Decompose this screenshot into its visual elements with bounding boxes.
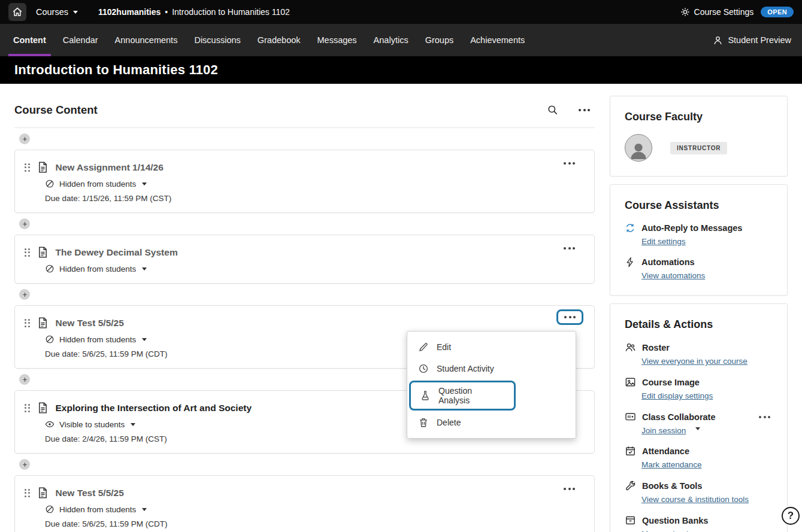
visibility-label: Hidden from students xyxy=(59,180,136,189)
help-button[interactable]: ? xyxy=(782,507,800,525)
tab-analytics[interactable]: Analytics xyxy=(365,24,417,56)
visibility-dropdown[interactable]: Hidden from students xyxy=(45,335,147,344)
drag-handle[interactable] xyxy=(25,489,30,497)
hidden-icon xyxy=(45,335,55,344)
assistant-automations: Automations View automations xyxy=(625,257,773,281)
item-title-link[interactable]: New Assignment 1/14/26 xyxy=(56,162,164,173)
student-preview-button[interactable]: Student Preview xyxy=(713,24,797,56)
tab-gradebook[interactable]: Gradebook xyxy=(249,24,309,56)
item-title-link[interactable]: Exploring the Intersection of Art and So… xyxy=(56,403,252,414)
detail-title: Attendance xyxy=(642,446,689,456)
manage-banks-link[interactable]: Manage banks xyxy=(641,530,695,532)
menu-item-student-activity[interactable]: Student Activity xyxy=(407,358,576,379)
drag-handle[interactable] xyxy=(25,248,30,257)
content-item-dewey-decimal: The Dewey Decimal System Hidden from stu… xyxy=(14,235,595,284)
tab-announcements[interactable]: Announcements xyxy=(107,24,186,56)
menu-item-question-analysis[interactable]: Question Analysis xyxy=(409,381,516,411)
edit-settings-link[interactable]: Edit settings xyxy=(641,237,686,246)
hidden-icon xyxy=(45,179,55,189)
image-icon xyxy=(625,376,636,388)
visibility-label: Hidden from students xyxy=(59,505,136,514)
tab-discussions[interactable]: Discussions xyxy=(186,24,249,56)
course-faculty-heading: Course Faculty xyxy=(625,111,773,123)
visibility-label: Visible to students xyxy=(59,420,125,429)
chevron-down-icon xyxy=(142,267,147,270)
breadcrumb: 1102humanities • Introduction to Humanit… xyxy=(98,7,290,17)
visibility-dropdown[interactable]: Visible to students xyxy=(45,419,135,429)
trash-icon xyxy=(418,417,429,428)
tab-achievements[interactable]: Achievements xyxy=(462,24,533,56)
content-item-new-test-2: New Test 5/5/25 Hidden from students Due… xyxy=(14,475,595,532)
item-options-button[interactable] xyxy=(560,159,579,168)
drag-handle[interactable] xyxy=(25,404,30,412)
person-icon xyxy=(628,139,649,161)
view-tools-link[interactable]: View course & institution tools xyxy=(641,495,749,504)
detail-title: Books & Tools xyxy=(642,481,702,491)
course-settings-button[interactable]: Course Settings xyxy=(680,7,754,17)
item-context-menu: Edit Student Activity Question Analysis … xyxy=(407,331,576,439)
instructor-avatar[interactable] xyxy=(625,134,652,162)
lightning-bolt-icon xyxy=(625,257,635,267)
ellipsis-icon xyxy=(564,488,575,490)
view-roster-link[interactable]: View everyone in your course xyxy=(641,357,747,366)
drag-handle[interactable] xyxy=(25,163,30,172)
assistant-title: Automations xyxy=(641,257,695,267)
breadcrumb-separator: • xyxy=(165,7,168,17)
menu-item-delete[interactable]: Delete xyxy=(407,412,576,433)
item-options-button[interactable] xyxy=(560,484,579,494)
item-title-link[interactable]: New Test 5/5/25 xyxy=(56,318,124,329)
hidden-icon xyxy=(45,264,55,273)
add-content-divider xyxy=(14,213,595,235)
open-status-badge[interactable]: OPEN xyxy=(761,7,794,17)
detail-title: Question Banks xyxy=(642,516,708,525)
ellipsis-icon xyxy=(759,416,770,418)
drag-handle[interactable] xyxy=(25,319,30,327)
item-options-button-highlighted[interactable] xyxy=(556,309,583,325)
add-content-button[interactable] xyxy=(19,374,30,385)
collaborate-options-button[interactable] xyxy=(756,414,773,421)
tab-calendar[interactable]: Calendar xyxy=(55,24,107,56)
breadcrumb-course-id: 1102humanities xyxy=(98,7,161,17)
content-options-button[interactable] xyxy=(576,107,592,114)
tab-messages[interactable]: Messages xyxy=(309,24,365,56)
view-automations-link[interactable]: View automations xyxy=(641,271,705,280)
tab-content[interactable]: Content xyxy=(5,24,55,56)
add-content-button[interactable] xyxy=(19,459,30,470)
add-content-button[interactable] xyxy=(19,218,30,229)
plus-icon xyxy=(22,461,28,468)
add-content-button[interactable] xyxy=(19,133,30,144)
content-item-new-test: New Test 5/5/25 Hidden from students Due… xyxy=(14,305,595,369)
menu-item-edit[interactable]: Edit xyxy=(407,336,576,358)
detail-books-tools: Books & Tools View course & institution … xyxy=(625,480,773,504)
add-content-divider xyxy=(14,128,595,150)
student-preview-label: Student Preview xyxy=(728,35,791,45)
document-icon xyxy=(37,246,49,259)
add-content-button[interactable] xyxy=(19,289,30,300)
tab-groups[interactable]: Groups xyxy=(417,24,462,56)
chevron-down-icon[interactable] xyxy=(695,427,700,430)
mark-attendance-link[interactable]: Mark attendance xyxy=(641,460,702,469)
visibility-dropdown[interactable]: Hidden from students xyxy=(45,264,147,273)
document-icon xyxy=(37,402,49,414)
join-session-link[interactable]: Join session xyxy=(641,426,686,435)
ellipsis-icon xyxy=(564,316,576,318)
chevron-down-icon xyxy=(142,183,147,186)
page-title: Introduction to Humanities 1102 xyxy=(14,62,218,78)
visibility-dropdown[interactable]: Hidden from students xyxy=(45,179,147,189)
home-button[interactable] xyxy=(8,3,26,21)
course-content-section: Course Content New Ass xyxy=(14,84,595,532)
course-assistants-card: Course Assistants Auto-Reply to Messages… xyxy=(610,184,788,296)
plus-icon xyxy=(22,291,28,298)
courses-dropdown[interactable]: Courses xyxy=(36,7,78,17)
assistant-title: Auto-Reply to Messages xyxy=(641,223,742,233)
detail-attendance: Attendance Mark attendance xyxy=(625,445,773,470)
visibility-dropdown[interactable]: Hidden from students xyxy=(45,504,147,514)
search-button[interactable] xyxy=(544,102,561,118)
chevron-down-icon xyxy=(142,508,147,511)
item-options-button[interactable] xyxy=(560,244,579,253)
courses-label: Courses xyxy=(36,7,68,17)
item-title-link[interactable]: The Dewey Decimal System xyxy=(56,247,178,258)
roster-people-icon xyxy=(625,342,636,353)
item-title-link[interactable]: New Test 5/5/25 xyxy=(56,488,124,498)
edit-display-settings-link[interactable]: Edit display settings xyxy=(641,391,713,400)
